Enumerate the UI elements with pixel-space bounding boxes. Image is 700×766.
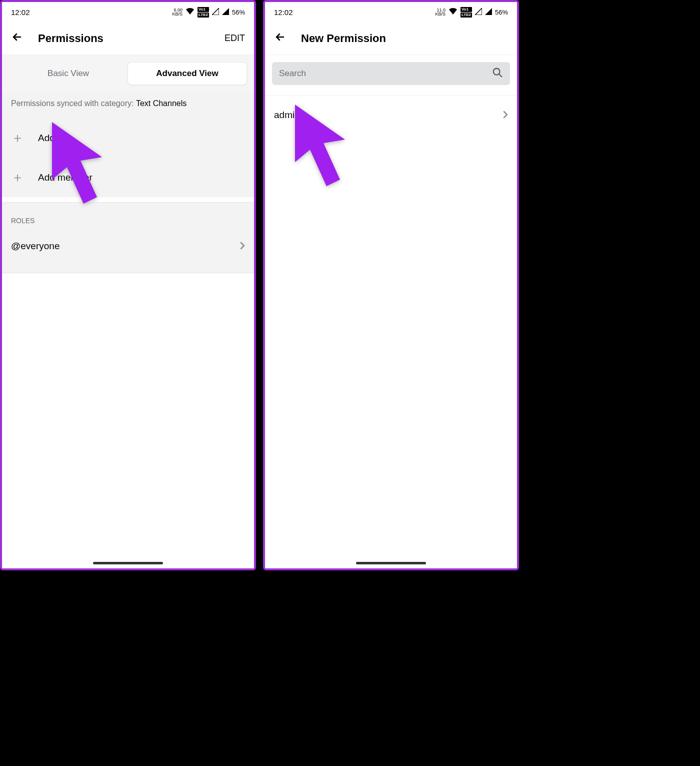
back-arrow-icon[interactable] bbox=[11, 31, 23, 46]
app-header: Permissions EDIT bbox=[2, 22, 254, 55]
wifi-icon bbox=[448, 8, 458, 17]
status-time: 12:02 bbox=[274, 8, 293, 17]
search-container: Search bbox=[265, 55, 517, 96]
result-label: admin bbox=[274, 110, 300, 121]
add-role-button[interactable]: ＋ Add role bbox=[2, 118, 254, 158]
signal-icon-2 bbox=[222, 8, 229, 17]
status-right: 6.00 KB/S Vo1 LTE2 56% bbox=[172, 7, 245, 18]
chevron-right-icon bbox=[503, 109, 508, 122]
back-arrow-icon[interactable] bbox=[274, 31, 286, 46]
home-indicator[interactable] bbox=[93, 562, 163, 564]
sync-info: Permissions synced with category: Text C… bbox=[2, 92, 254, 118]
signal-icon-1 bbox=[475, 8, 482, 17]
add-member-label: Add member bbox=[38, 172, 92, 183]
lte-badges: Vo1 LTE2 bbox=[198, 7, 209, 18]
role-everyone-row[interactable]: @everyone bbox=[2, 229, 254, 273]
chevron-right-icon bbox=[240, 240, 245, 253]
home-indicator[interactable] bbox=[356, 562, 426, 564]
roles-section-label: ROLES bbox=[2, 202, 254, 229]
tab-basic-view[interactable]: Basic View bbox=[9, 63, 128, 85]
search-icon bbox=[492, 67, 503, 80]
search-placeholder: Search bbox=[279, 69, 306, 79]
battery-percent: 56% bbox=[495, 9, 508, 16]
search-input[interactable]: Search bbox=[272, 62, 510, 85]
app-header: New Permission bbox=[265, 22, 517, 55]
status-right: 11.0 KB/S Vo1 LTE2 56% bbox=[435, 7, 508, 18]
phone-right-new-permission: 12:02 11.0 KB/S Vo1 LTE2 56% bbox=[263, 0, 519, 570]
lte-badges: Vo1 LTE2 bbox=[460, 7, 472, 18]
network-speed: 6.00 KB/S bbox=[172, 8, 182, 16]
add-section: ＋ Add role ＋ Add member bbox=[2, 118, 254, 197]
tab-advanced-view[interactable]: Advanced View bbox=[128, 62, 247, 85]
role-everyone-label: @everyone bbox=[11, 241, 60, 252]
status-bar: 12:02 11.0 KB/S Vo1 LTE2 56% bbox=[265, 2, 517, 22]
signal-icon-2 bbox=[485, 8, 492, 17]
battery-percent: 56% bbox=[232, 9, 245, 16]
view-tabs: Basic View Advanced View bbox=[2, 55, 254, 92]
edit-button[interactable]: EDIT bbox=[224, 33, 245, 44]
result-admin-row[interactable]: admin bbox=[265, 96, 517, 135]
status-time: 12:02 bbox=[11, 8, 30, 17]
add-role-label: Add role bbox=[38, 133, 74, 144]
plus-icon: ＋ bbox=[11, 129, 24, 147]
page-title: New Permission bbox=[301, 32, 508, 45]
status-bar: 12:02 6.00 KB/S Vo1 LTE2 56% bbox=[2, 2, 254, 22]
wifi-icon bbox=[186, 8, 194, 17]
plus-icon: ＋ bbox=[11, 169, 24, 186]
add-member-button[interactable]: ＋ Add member bbox=[2, 158, 254, 197]
network-speed: 11.0 KB/S bbox=[435, 8, 446, 16]
signal-icon-1 bbox=[212, 8, 219, 17]
page-title: Permissions bbox=[38, 32, 210, 45]
phone-left-permissions: 12:02 6.00 KB/S Vo1 LTE2 56% bbox=[0, 0, 256, 570]
